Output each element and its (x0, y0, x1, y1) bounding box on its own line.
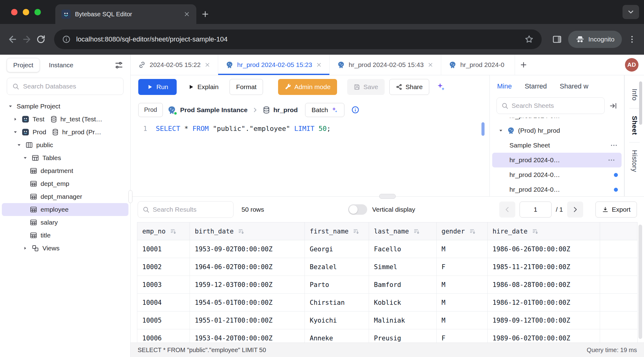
sheet-panel-tab-shared-w[interactable]: Shared w (560, 82, 588, 90)
column-header-emp-no[interactable]: emp_no (137, 222, 190, 240)
dots-icon[interactable] (610, 141, 618, 149)
tree-item-salary[interactable]: salary (0, 216, 130, 229)
caret-down-icon[interactable] (22, 155, 28, 161)
browser-menu-icon[interactable] (627, 35, 637, 44)
sheet-item[interactable]: hr_prod 2024-0… (490, 182, 624, 196)
dots-icon[interactable] (607, 156, 615, 164)
tree-item-prod[interactable]: Prodhr_prod (Pr… (0, 126, 130, 139)
caret-down-icon[interactable] (498, 128, 504, 134)
tree-item-dept-emp[interactable]: dept_emp (0, 177, 130, 190)
export-button[interactable]: Export (595, 202, 637, 218)
sheet-tab[interactable]: hr_prod 2024-02-05 15:43 (330, 55, 441, 75)
ai-assistant-button[interactable] (434, 80, 448, 94)
batch-button[interactable]: Batch (305, 103, 344, 117)
close-icon[interactable] (427, 62, 434, 68)
sort-icon[interactable] (353, 228, 359, 235)
results-scrollbar[interactable] (638, 225, 642, 339)
reload-icon[interactable] (36, 34, 46, 45)
close-tab-icon[interactable] (183, 11, 190, 18)
share-button[interactable]: Share (389, 79, 429, 95)
rail-tab-history[interactable]: History (630, 143, 638, 179)
sheet-item[interactable]: hr_prod 2024-0… (490, 167, 624, 182)
side-panel-icon[interactable] (552, 34, 562, 44)
close-window-button[interactable] (11, 9, 18, 15)
sheet-group[interactable]: (Prod) hr_prod (490, 123, 624, 138)
database-search[interactable] (7, 78, 124, 95)
tree-item-title[interactable]: title (0, 229, 130, 242)
tree-item-dept-manager[interactable]: dept_manager (0, 190, 130, 203)
close-icon[interactable] (204, 62, 210, 68)
caret-right-icon[interactable] (22, 245, 28, 251)
tree-item-sample-project[interactable]: Sample Project (0, 100, 130, 113)
caret-down-icon[interactable] (7, 103, 14, 109)
instance-selector[interactable]: Prod Sample Instance (167, 105, 247, 115)
vertical-display-toggle[interactable] (348, 204, 367, 215)
minimize-window-button[interactable] (23, 9, 29, 15)
page-input[interactable] (520, 202, 552, 218)
sheet-search[interactable] (497, 97, 605, 114)
bookmark-star-icon[interactable] (524, 35, 534, 44)
zoom-window-button[interactable] (34, 9, 41, 15)
collapse-panel-icon[interactable] (609, 102, 617, 110)
sql-editor[interactable]: 1 SELECT * FROM "public"."employee" LIMI… (131, 121, 489, 196)
tree-item-tables[interactable]: Tables (0, 151, 130, 164)
column-header-gender[interactable]: gender (437, 222, 488, 240)
sheet-tab[interactable]: 2024-02-05 15:22 (131, 55, 218, 75)
sheet-tab[interactable]: hr_prod 2024-02-05 15:23 (218, 55, 330, 75)
new-tab-button[interactable] (196, 4, 214, 24)
admin-mode-button[interactable]: Admin mode (278, 79, 337, 95)
prev-page-button[interactable] (499, 202, 515, 218)
column-header-first-name[interactable]: first_name (305, 222, 369, 240)
results-search[interactable] (138, 201, 234, 218)
results-search-input[interactable] (153, 206, 229, 213)
sidebar-switch-project[interactable]: Project (7, 58, 40, 72)
tab-search-button[interactable] (622, 5, 639, 19)
tree-item-test[interactable]: Testhr_test (Test… (0, 113, 130, 126)
caret-down-icon[interactable] (12, 129, 18, 135)
tree-item-public[interactable]: public (0, 139, 130, 151)
filter-settings-icon[interactable] (114, 61, 124, 70)
explain-button[interactable]: Explain (181, 79, 225, 95)
address-bar[interactable]: localhost:8080/sql-editor/sheet/project-… (54, 29, 542, 49)
sheet-item[interactable]: Sample Sheet (490, 138, 624, 153)
database-selector[interactable]: hr_prod (262, 106, 298, 114)
add-sheet-button[interactable] (515, 55, 532, 75)
close-icon[interactable] (316, 62, 322, 68)
sort-icon[interactable] (469, 228, 476, 235)
tree-item-department[interactable]: department (0, 164, 130, 177)
sheet-tab[interactable]: hr_prod 2024-0 (441, 55, 515, 75)
rail-tab-info[interactable]: Info (630, 81, 638, 108)
sidebar-resize-handle[interactable] (128, 190, 132, 203)
sidebar-switch-instance[interactable]: Instance (43, 58, 79, 72)
sheet-item[interactable]: hr_prod 2024-0… (492, 153, 622, 167)
connection-info-icon[interactable] (351, 106, 359, 114)
caret-right-icon[interactable] (12, 116, 18, 122)
next-page-button[interactable] (567, 202, 583, 218)
sort-icon[interactable] (413, 228, 420, 235)
run-button[interactable]: Run (138, 79, 177, 95)
user-avatar[interactable]: AD (625, 58, 638, 72)
sheet-search-input[interactable] (512, 102, 600, 109)
column-header-last-name[interactable]: last_name (369, 222, 437, 240)
browser-tab[interactable]: Bytebase SQL Editor (55, 4, 196, 24)
format-button[interactable]: Format (230, 79, 263, 95)
site-info-icon[interactable] (62, 35, 71, 44)
rail-tab-sheet[interactable]: Sheet (630, 108, 638, 142)
sort-icon[interactable] (170, 228, 177, 235)
sheet-panel-tab-mine[interactable]: Mine (497, 82, 512, 90)
column-header-hire-date[interactable]: hire_date (488, 222, 600, 240)
caret-down-icon[interactable] (16, 142, 22, 148)
sheet-panel-tab-starred[interactable]: Starred (525, 82, 547, 90)
sort-icon[interactable] (532, 228, 539, 235)
sheet-item[interactable]: hr_prod 2024-0… (490, 118, 624, 123)
save-button[interactable]: Save (347, 79, 385, 95)
editor-scrollbar[interactable] (481, 122, 485, 136)
column-header-birth-date[interactable]: birth_date (190, 222, 305, 240)
panel-resize-handle[interactable] (379, 194, 396, 199)
database-search-input[interactable] (23, 83, 118, 90)
forward-icon[interactable] (22, 34, 32, 45)
back-icon[interactable] (7, 34, 18, 45)
tree-item-employee[interactable]: employee (2, 203, 128, 216)
sort-icon[interactable] (238, 228, 245, 235)
tree-item-views[interactable]: Views (0, 242, 130, 255)
